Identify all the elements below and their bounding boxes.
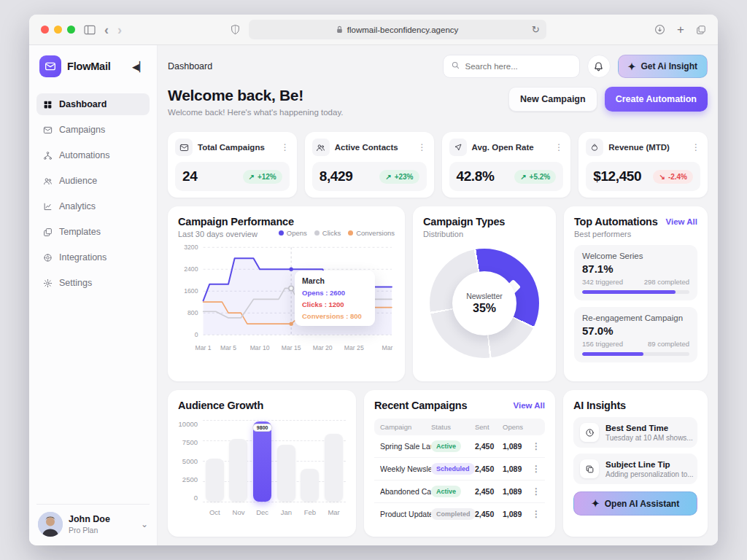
card-title: AI Insights [573, 400, 697, 411]
sidebar-item-analytics[interactable]: Analytics [36, 195, 150, 217]
automation-rate: 87.1% [582, 262, 689, 275]
stat-card: Total Campaigns ⋮ 24 ↗+12% [168, 132, 297, 198]
create-automation-button[interactable]: Create Automation [605, 87, 708, 112]
sidebar-item-integrations[interactable]: Integrations [36, 246, 150, 268]
sidebar-item-templates[interactable]: Templates [36, 221, 150, 243]
audience-growth-card: Audience Growth 100007500500025000 9800 … [168, 390, 356, 537]
back-icon[interactable]: ‹ [104, 23, 109, 36]
notifications-button[interactable] [587, 55, 611, 78]
sidebar-item-dashboard[interactable]: Dashboard [36, 93, 150, 115]
stat-card: Active Contacts ⋮ 8,429 ↗+23% [305, 132, 434, 198]
open-ai-assistant-button[interactable]: ✦ Open AI Assistant [573, 491, 697, 516]
kebab-menu-icon[interactable]: ⋮ [532, 509, 539, 519]
insight-item[interactable]: Best Send Time Tuesday at 10 AM shows... [573, 417, 697, 448]
zoom-window-button[interactable] [67, 26, 75, 34]
table-row[interactable]: Weekly Newslett... Scheduled 2,450 1,089… [374, 458, 545, 481]
legend-item[interactable]: Clicks [314, 229, 341, 237]
kebab-menu-icon[interactable]: ⋮ [692, 142, 700, 152]
svg-text:1600: 1600 [184, 287, 198, 295]
user-plan: Pro Plan [69, 526, 110, 534]
table-row[interactable]: Spring Sale Launch Active 2,450 1,089 ⋮ [374, 435, 545, 458]
bar-oct[interactable] [206, 459, 224, 502]
page-subheading: Welcome back! Here's what's happening to… [168, 108, 343, 117]
collapse-sidebar-icon[interactable]: ◀▏ [132, 61, 147, 72]
grid-icon [43, 100, 53, 109]
chevron-down-icon[interactable]: ⌄ [141, 519, 148, 529]
downloads-icon[interactable] [654, 24, 665, 35]
automation-item[interactable]: Welcome Series 87.1% 342 triggered298 co… [574, 245, 697, 300]
trend-up-icon: ↗ [520, 173, 526, 181]
stat-card: Revenue (MTD) ⋮ $12,450 ↘-2.4% [578, 132, 708, 198]
legend-item[interactable]: Opens [279, 229, 307, 237]
sidebar-item-label: Analytics [59, 201, 96, 211]
clock-icon [580, 423, 599, 442]
insight-title: Best Send Time [605, 424, 693, 432]
search-input[interactable] [465, 62, 572, 71]
bar-dec[interactable]: 9800 [253, 421, 271, 502]
bar-mar[interactable] [325, 434, 343, 502]
new-tab-icon[interactable]: + [677, 23, 684, 36]
campaign-performance-card: Campaign Performance Last 30 days overvi… [168, 206, 405, 381]
minimize-window-button[interactable] [54, 26, 62, 34]
window-controls[interactable] [41, 26, 75, 34]
chart-legend[interactable]: OpensClicksConversions [279, 229, 395, 237]
card-title: Recent Campaigns [374, 400, 467, 411]
sidebar-toggle-icon[interactable] [84, 25, 96, 35]
sidebar-item-audience[interactable]: Audience [36, 170, 150, 192]
bar-feb[interactable] [301, 469, 319, 502]
automation-list: Welcome Series 87.1% 342 triggered298 co… [574, 245, 697, 362]
tabs-overview-icon[interactable] [696, 25, 706, 35]
table-row[interactable]: Abandoned Cart... Active 2,450 1,089 ⋮ [374, 481, 545, 503]
kebab-menu-icon[interactable]: ⋮ [554, 142, 563, 152]
campaign-table: Spring Sale Launch Active 2,450 1,089 ⋮W… [374, 435, 545, 525]
kebab-menu-icon[interactable]: ⋮ [532, 486, 539, 497]
svg-text:Mar 5: Mar 5 [220, 344, 236, 351]
sidebar-item-label: Campaigns [59, 125, 105, 135]
automation-name: Re-engagement Campaign [582, 314, 689, 322]
avatar [38, 512, 63, 537]
ai-insights-card: AI Insights Best Send Time Tuesday at 10… [563, 390, 708, 537]
view-all-link[interactable]: View All [514, 401, 545, 410]
completed-count: 298 completed [644, 278, 689, 286]
status-badge: Active [431, 440, 461, 452]
kebab-menu-icon[interactable]: ⋮ [418, 142, 427, 152]
kebab-menu-icon[interactable]: ⋮ [281, 142, 290, 152]
copy-icon [580, 459, 599, 478]
bar-chart[interactable]: 100007500500025000 9800 [178, 420, 346, 502]
sidebar-item-settings[interactable]: Settings [36, 272, 150, 294]
sidebar-item-automations[interactable]: Automations [36, 144, 150, 166]
view-all-link[interactable]: View All [666, 217, 697, 226]
reload-icon[interactable]: ↻ [532, 24, 540, 35]
kebab-menu-icon[interactable]: ⋮ [532, 464, 539, 474]
table-row[interactable]: Product Update... Completed 2,450 1,089 … [374, 503, 545, 525]
get-ai-insight-button[interactable]: ✦ Get Ai Insight [618, 55, 708, 78]
forward-icon[interactable]: › [117, 23, 122, 36]
browser-chrome: ‹ › flowmail-beconfidency.agency ↻ + [29, 15, 718, 45]
shield-icon[interactable] [231, 24, 240, 35]
address-bar[interactable]: flowmail-beconfidency.agency ↻ [249, 20, 546, 39]
trend-up-icon: ↗ [385, 173, 391, 181]
sidebar-item-label: Integrations [59, 252, 107, 262]
new-campaign-button[interactable]: New Campaign [508, 87, 597, 112]
kebab-menu-icon[interactable]: ⋮ [532, 441, 539, 451]
user-name: John Doe [69, 514, 110, 524]
page-heading: Welcome back, Be! [168, 87, 343, 104]
legend-item[interactable]: Conversions [348, 229, 395, 237]
donut-chart[interactable]: Newsletter 35% [430, 249, 539, 358]
insight-item[interactable]: Subject Line Tip Adding personalization … [573, 454, 697, 484]
svg-text:800: 800 [187, 309, 198, 316]
svg-text:2400: 2400 [184, 265, 198, 273]
tooltip-row: Clicks : 1200 [302, 300, 368, 308]
automation-item[interactable]: Re-engagement Campaign 57.0% 156 trigger… [574, 307, 697, 362]
stat-change-badge: ↗+12% [243, 170, 282, 184]
user-menu[interactable]: John Doe Pro Plan ⌄ [36, 504, 150, 537]
bar-nov[interactable] [229, 439, 247, 502]
completed-count: 89 completed [648, 340, 689, 348]
stat-change-badge: ↗+5.2% [514, 170, 556, 184]
sent-count: 2,450 [475, 487, 503, 496]
close-window-button[interactable] [41, 26, 49, 34]
bar-jan[interactable] [277, 445, 295, 502]
sidebar-item-campaigns[interactable]: Campaigns [36, 119, 150, 141]
search-box[interactable] [443, 55, 580, 78]
line-chart[interactable]: 3200240016008000Mar 1Mar 5Mar 10Mar 15Ma… [178, 240, 395, 357]
